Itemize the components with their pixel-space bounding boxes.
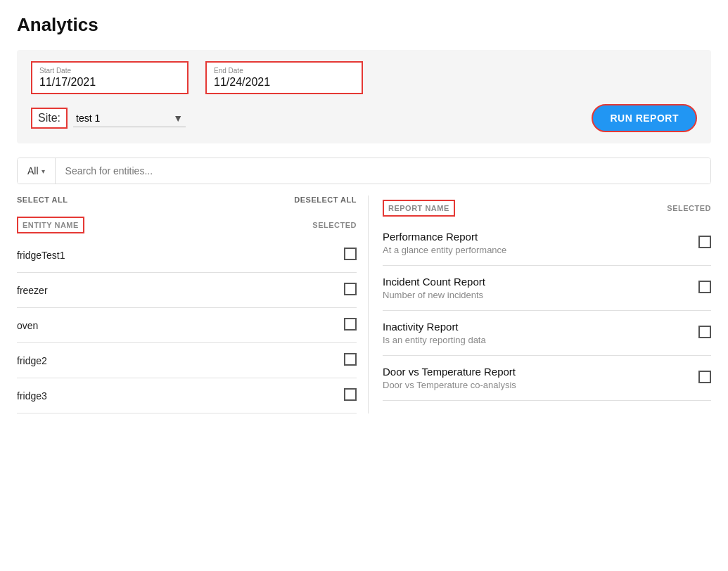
entity-checkbox[interactable] (344, 283, 357, 295)
report-name-text: Incident Count Report (383, 276, 630, 288)
report-desc-text: At a glance entity performance (383, 245, 506, 255)
select-all-button[interactable]: SELECT ALL (17, 195, 68, 204)
entity-checkbox[interactable] (344, 353, 357, 366)
entity-checkbox-cell[interactable] (222, 273, 357, 308)
report-name-col-header: REPORT NAME (383, 195, 630, 221)
table-row: Inactivity Report Is an entity reporting… (383, 311, 711, 356)
report-name-cell: Inactivity Report Is an entity reporting… (383, 311, 630, 356)
entity-name-col-header: ENTITY NAME (17, 212, 222, 238)
report-checkbox-cell[interactable] (630, 221, 711, 266)
table-row: Performance Report At a glance entity pe… (383, 221, 711, 266)
report-selected-col-header: SELECTED (630, 195, 711, 221)
end-date-label: End Date (214, 67, 355, 75)
report-desc-text: Number of new incidents (383, 290, 483, 300)
table-row: oven (17, 308, 357, 343)
report-name-text: Door vs Temperature Report (383, 366, 630, 378)
entity-name-header-label: ENTITY NAME (17, 217, 84, 233)
report-desc-text: Is an entity reporting data (383, 335, 486, 345)
table-row: freezer (17, 273, 357, 308)
entity-checkbox-cell[interactable] (222, 343, 357, 378)
report-name-text: Inactivity Report (383, 321, 630, 333)
page-title: Analytics (17, 14, 711, 36)
start-date-field: Start Date (31, 61, 189, 94)
report-checkbox[interactable] (698, 326, 711, 338)
search-input[interactable] (56, 158, 710, 184)
entity-name-cell: oven (17, 308, 222, 343)
entity-checkbox-cell[interactable] (222, 308, 357, 343)
main-content: SELECT ALL DESELECT ALL ENTITY NAME SELE… (17, 195, 711, 413)
report-checkbox-cell[interactable] (630, 266, 711, 311)
report-checkbox[interactable] (698, 281, 711, 293)
entity-panel: SELECT ALL DESELECT ALL ENTITY NAME SELE… (17, 195, 369, 413)
table-row: fridge2 (17, 343, 357, 378)
table-row: fridge3 (17, 378, 357, 413)
filter-dropdown-label: All (27, 165, 39, 177)
entity-checkbox-cell[interactable] (222, 378, 357, 413)
table-row: fridgeTest1 (17, 238, 357, 273)
report-table: REPORT NAME SELECTED Performance Report … (383, 195, 711, 401)
search-bar: All ▾ (17, 158, 711, 184)
entity-selected-col-header: SELECTED (222, 212, 357, 238)
entity-name-cell: freezer (17, 273, 222, 308)
report-checkbox-cell[interactable] (630, 311, 711, 356)
entity-name-cell: fridge2 (17, 343, 222, 378)
filter-panel: Start Date End Date Site: test 1 test 2 … (17, 50, 711, 143)
site-select[interactable]: test 1 test 2 test 3 (73, 110, 186, 127)
end-date-field: End Date (205, 61, 363, 94)
table-row: Incident Count Report Number of new inci… (383, 266, 711, 311)
entity-table: ENTITY NAME SELECTED fridgeTest1 freezer… (17, 212, 357, 413)
report-name-cell: Incident Count Report Number of new inci… (383, 266, 630, 311)
chevron-down-icon: ▾ (41, 167, 45, 175)
report-panel: REPORT NAME SELECTED Performance Report … (369, 195, 711, 413)
start-date-label: Start Date (39, 67, 180, 75)
entity-name-cell: fridgeTest1 (17, 238, 222, 273)
end-date-input[interactable] (214, 76, 355, 89)
deselect-all-button[interactable]: DESELECT ALL (294, 195, 357, 204)
entity-panel-header: SELECT ALL DESELECT ALL (17, 195, 357, 204)
entity-checkbox[interactable] (344, 248, 357, 260)
filter-dropdown[interactable]: All ▾ (18, 158, 56, 184)
site-label: Site: (31, 108, 68, 129)
report-checkbox-cell[interactable] (630, 356, 711, 401)
entity-checkbox[interactable] (344, 388, 357, 401)
entity-checkbox-cell[interactable] (222, 238, 357, 273)
site-group: Site: test 1 test 2 test 3 ▼ (31, 108, 186, 129)
report-checkbox[interactable] (698, 236, 711, 248)
report-name-cell: Door vs Temperature Report Door vs Tempe… (383, 356, 630, 401)
entity-name-cell: fridge3 (17, 378, 222, 413)
table-row: Door vs Temperature Report Door vs Tempe… (383, 356, 711, 401)
report-checkbox[interactable] (698, 371, 711, 383)
run-report-button[interactable]: RUN REPORT (592, 104, 697, 132)
start-date-input[interactable] (39, 76, 180, 89)
site-select-wrap: test 1 test 2 test 3 ▼ (73, 110, 186, 127)
report-desc-text: Door vs Temperature co-analysis (383, 380, 516, 390)
entity-checkbox[interactable] (344, 318, 357, 331)
report-name-text: Performance Report (383, 231, 630, 243)
report-name-header-label: REPORT NAME (383, 200, 455, 217)
report-name-cell: Performance Report At a glance entity pe… (383, 221, 630, 266)
